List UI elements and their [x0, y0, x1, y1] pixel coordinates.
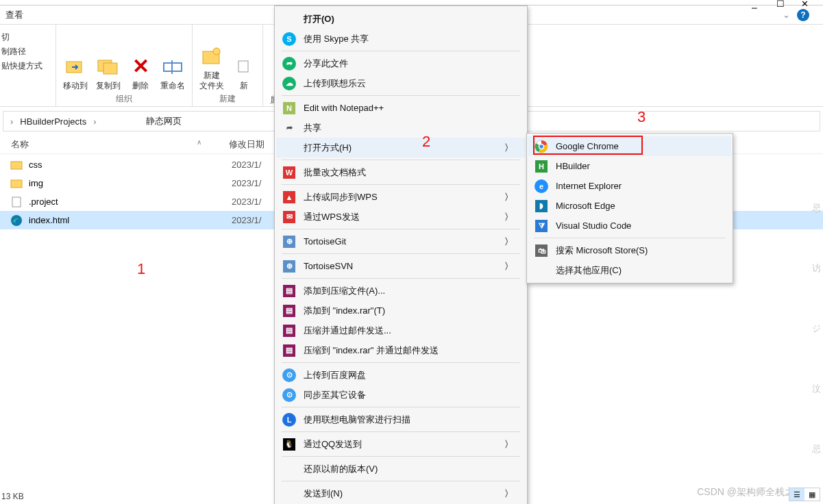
openwith-item-7[interactable]: 选择其他应用(C)	[528, 260, 731, 280]
context-menu-item-20[interactable]: ▤添加到 "index.rar"(T)	[276, 301, 526, 320]
menu-item-label: 通过WPS发送	[304, 211, 504, 223]
context-menu-item-12[interactable]: ▲上传或同步到WPS〉	[276, 187, 526, 207]
context-menu-item-7[interactable]: ➦共享	[276, 118, 526, 138]
file-name: css	[29, 160, 232, 170]
file-icon	[10, 214, 23, 227]
copy-to-label: 复制到	[96, 81, 121, 90]
menu-item-label: 选择其他应用(C)	[556, 264, 719, 277]
close-button[interactable]: ✕	[801, 0, 809, 7]
delete-button[interactable]: ✕ 删除	[129, 55, 152, 90]
context-menu-separator	[282, 184, 520, 185]
context-menu-item-15[interactable]: ⊕TortoiseGit〉	[276, 231, 526, 251]
context-menu-item-33[interactable]: 发送到(N)〉	[276, 483, 526, 503]
context-menu-item-13[interactable]: ✉通过WPS发送〉	[276, 207, 526, 227]
menu-item-label: 添加到 "index.rar"(T)	[304, 305, 513, 317]
openwith-item-6[interactable]: 🛍搜索 Microsoft Store(S)	[528, 240, 731, 260]
menu-item-label: 通过QQ发送到	[304, 438, 504, 451]
breadcrumb-static-page[interactable]: 静态网页	[142, 114, 186, 129]
context-menu-separator	[282, 160, 520, 160]
background-blur: 忌访ジ汶忌	[812, 178, 823, 479]
breadcrumb-sep: ›	[92, 116, 97, 127]
menu-item-label: 压缩并通过邮件发送...	[304, 325, 513, 337]
ribbon-group-clipboard: 切 制路径 贴快捷方式	[0, 25, 56, 106]
openwith-item-4[interactable]: ⧩Visual Studio Code	[528, 216, 731, 236]
file-date: 2023/1/	[232, 197, 261, 207]
move-to-button[interactable]: 移动到	[63, 55, 88, 90]
clipboard-paste-shortcut-label[interactable]: 贴快捷方式	[1, 60, 42, 72]
menu-item-label: TortoiseGit	[304, 236, 504, 247]
status-bar: 13 KB	[1, 492, 24, 501]
breadcrumb-sep: ›	[9, 116, 14, 127]
view-toggle: ☰ ▦	[789, 488, 820, 501]
openwith-item-2[interactable]: eInternet Explorer	[528, 176, 731, 196]
context-menu-item-3[interactable]: ➦分享此文件	[276, 53, 526, 73]
context-menu-item-17[interactable]: ⊕TortoiseSVN〉	[276, 256, 526, 276]
context-menu-separator	[282, 229, 520, 229]
context-menu-item-1[interactable]: S使用 Skype 共享	[276, 29, 526, 49]
context-menu-item-8[interactable]: 打开方式(H)〉	[276, 138, 526, 158]
context-menu-item-29[interactable]: 🐧通过QQ发送到〉	[276, 434, 526, 454]
clipboard-cut-label[interactable]: 切	[1, 32, 10, 43]
file-icon	[10, 158, 23, 172]
new-folder-button[interactable]: 新建 文件夹	[199, 45, 224, 90]
new-item-button[interactable]: 新	[232, 55, 256, 90]
breadcrumb-hbuilderprojects[interactable]: HBuilderProjects	[16, 115, 90, 128]
menu-item-label: 添加到压缩文件(A)...	[304, 285, 513, 297]
column-name[interactable]: 名称 ∧	[3, 138, 229, 151]
context-menu-item-4[interactable]: ☁上传到联想乐云	[276, 73, 526, 93]
ribbon-group-new: 新建 文件夹 新 新建	[193, 25, 263, 106]
submenu-arrow-icon: 〉	[504, 438, 513, 451]
menu-item-label: 发送到(N)	[304, 488, 504, 500]
context-menu-separator	[282, 95, 520, 96]
annotation-1: 1	[137, 260, 145, 278]
file-icon	[10, 177, 23, 190]
openwith-item-1[interactable]: HHBuilder	[528, 156, 731, 176]
copy-to-button[interactable]: 复制到	[96, 55, 121, 90]
file-name: .project	[29, 197, 232, 207]
view-icons-button[interactable]: ▦	[804, 488, 820, 501]
clipboard-copy-path-label[interactable]: 制路径	[1, 46, 26, 58]
context-menu-separator	[282, 278, 520, 279]
context-menu-separator	[282, 362, 520, 363]
view-details-button[interactable]: ☰	[789, 488, 804, 501]
new-folder-label: 新建 文件夹	[199, 71, 224, 90]
context-menu-item-21[interactable]: ▤压缩并通过邮件发送...	[276, 320, 526, 340]
submenu-arrow-icon: 〉	[504, 236, 513, 248]
minimize-button[interactable]: ⎯	[752, 0, 760, 7]
annotation-highlight-box	[533, 136, 643, 155]
column-name-label: 名称	[11, 139, 29, 149]
context-menu-item-27[interactable]: L使用联想电脑管家进行扫描	[276, 410, 526, 429]
context-menu-item-10[interactable]: W批量改文档格式	[276, 162, 526, 182]
watermark: CSDN @架构师全栈之路	[697, 486, 804, 499]
sort-indicator-icon: ∧	[197, 138, 201, 146]
svg-rect-9	[11, 180, 22, 188]
context-menu-item-19[interactable]: ▤添加到压缩文件(A)...	[276, 281, 526, 301]
svg-rect-8	[11, 162, 22, 169]
submenu-arrow-icon: 〉	[504, 211, 513, 223]
rename-icon	[161, 55, 184, 78]
menu-item-label: 批量改文档格式	[304, 166, 513, 179]
rename-button[interactable]: 重命名	[160, 55, 185, 90]
menu-item-label: Visual Studio Code	[556, 220, 719, 231]
context-menu-item-31[interactable]: 还原以前的版本(V)	[276, 459, 526, 479]
context-menu-item-25[interactable]: ⊙同步至其它设备	[276, 385, 526, 405]
submenu-arrow-icon: 〉	[504, 488, 513, 500]
ribbon-tab-view[interactable]: 查看	[5, 9, 23, 21]
menu-item-label: 共享	[304, 122, 513, 134]
context-menu-separator	[282, 253, 520, 254]
maximize-button[interactable]: ☐	[776, 0, 785, 7]
context-menu-item-22[interactable]: ▤压缩到 "index.rar" 并通过邮件发送	[276, 340, 526, 360]
context-menu-item-0[interactable]: 打开(O)	[276, 9, 526, 29]
context-menu-item-6[interactable]: NEdit with Notepad++	[276, 98, 526, 118]
submenu-arrow-icon: 〉	[504, 191, 513, 203]
breadcrumb-hidden[interactable]	[99, 120, 140, 123]
menu-item-label: HBuilder	[556, 161, 719, 171]
menu-item-label: 上传到百度网盘	[304, 369, 513, 381]
collapse-ribbon-chevron[interactable]: ⌄	[783, 10, 790, 20]
openwith-separator	[534, 238, 726, 238]
help-icon[interactable]: ?	[797, 9, 809, 21]
copy-to-icon	[97, 55, 120, 78]
move-to-icon	[64, 55, 87, 78]
context-menu-item-24[interactable]: ⊙上传到百度网盘	[276, 365, 526, 385]
openwith-item-3[interactable]: ◗Microsoft Edge	[528, 196, 731, 216]
